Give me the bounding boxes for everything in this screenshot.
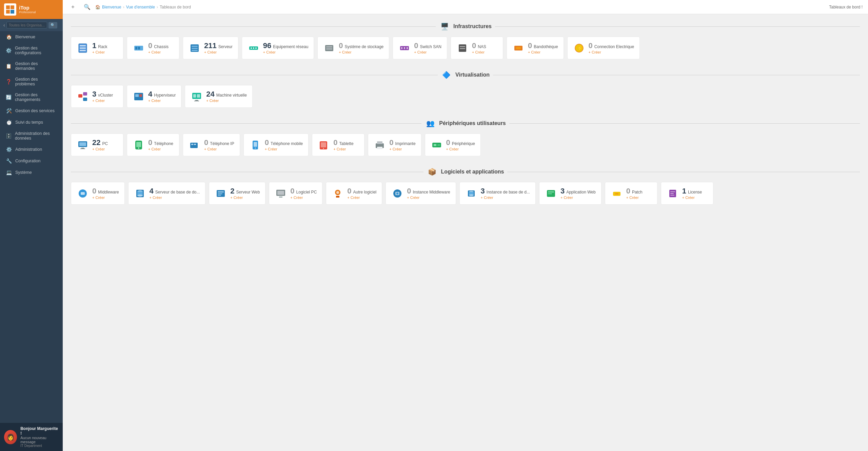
card-create-stockage[interactable]: + Créer [339,50,383,54]
gestion-changements-icon: 🔄 [6,95,12,100]
svg-rect-33 [78,94,82,98]
sidebar-item-systeme[interactable]: 💻Système [0,167,63,178]
card-chassis[interactable]: 0 Chassis + Créer [127,37,179,59]
card-name-bandotheque: Bandothèque [534,44,558,49]
svg-rect-45 [79,142,86,146]
card-create-pc[interactable]: + Créer [92,147,108,151]
sidebar-item-gestion-configurations[interactable]: ⚙️Gestion des configurations [0,43,63,58]
svg-rect-6 [80,47,86,49]
sidebar-item-administration[interactable]: ⚙️Administration [0,144,63,155]
add-button[interactable]: ＋ [68,3,78,11]
card-create-instance-db[interactable]: + Créer [481,196,530,200]
card-create-machine-virtuelle[interactable]: + Créer [206,99,247,103]
sidebar-item-gestion-problemes[interactable]: ❓Gestion des problèmes [0,74,63,89]
card-pc[interactable]: 22 PC + Créer [71,134,123,156]
org-search-input[interactable] [6,22,47,28]
card-count-machine-virtuelle: 24 [206,90,214,98]
svg-rect-97 [670,195,674,196]
sidebar-item-gestion-changements[interactable]: 🔄Gestion des changements [0,89,63,105]
card-autre-logiciel[interactable]: 0 Autre logiciel + Créer [326,182,382,205]
sidebar-item-suivi-temps[interactable]: ⏱️Suivi du temps [0,117,63,128]
sidebar-item-bienvenue[interactable]: 🏠Bienvenue [0,31,63,43]
card-create-license[interactable]: + Créer [682,196,702,200]
svg-rect-10 [138,47,140,49]
card-create-autre-logiciel[interactable]: + Créer [347,196,376,200]
card-telephone-mobile[interactable]: 0 Téléphone mobile + Créer [243,134,309,156]
card-name-serveur: Serveur [218,44,233,49]
card-vcluster[interactable]: 3 vCluster + Créer [71,85,123,108]
card-hyperviseur[interactable]: 4 Hyperviseur + Créer [127,85,181,108]
card-create-telephone-mobile[interactable]: + Créer [265,147,303,151]
card-name-telephone-mobile: Téléphone mobile [271,141,303,146]
card-stockage[interactable]: 0 Système de stockage + Créer [317,37,389,59]
card-switch-san[interactable]: 0 Switch SAN + Créer [393,37,447,59]
card-nas[interactable]: 0 NAS + Créer [451,37,503,59]
card-machine-virtuelle[interactable]: 24 Machine virtuelle + Créer [185,85,253,108]
card-create-switch-san[interactable]: + Créer [414,50,441,54]
card-create-reseau[interactable]: + Créer [263,50,309,54]
card-icon-nas [456,42,469,54]
section-divider-right [493,75,860,75]
search-topbar-button[interactable]: 🔍 [82,3,93,11]
card-middleware[interactable]: 0 Middleware + Créer [71,182,125,205]
card-serveur[interactable]: 211 Serveur + Créer [183,37,238,59]
card-instance-db[interactable]: 3 Instance de base de d... + Créer [459,182,536,205]
card-body-instance-middleware: 0 Instance Middleware + Créer [407,187,450,200]
sidebar-item-admin-donnees[interactable]: 🗄️Administration des données [0,128,63,144]
sidebar-item-gestion-demandes[interactable]: 📋Gestion des demandes [0,58,63,74]
card-body-vcluster: 3 vCluster + Créer [92,90,113,103]
back-icon[interactable]: ‹ [3,22,5,28]
card-create-rack[interactable]: + Créer [92,50,107,54]
card-create-chassis[interactable]: + Créer [148,50,169,54]
card-create-vcluster[interactable]: + Créer [92,99,113,103]
card-name-hyperviseur: Hyperviseur [154,93,176,98]
card-count-peripherique: 0 [446,139,450,147]
card-reseau[interactable]: 96 Equipement réseau + Créer [242,37,314,59]
sidebar-label-bienvenue: Bienvenue [15,35,35,39]
card-rack[interactable]: 1 Rack + Créer [71,37,123,59]
card-create-app-web[interactable]: + Créer [560,196,596,200]
card-create-nas[interactable]: + Créer [472,50,486,54]
card-patch[interactable]: 0 Patch + Créer [605,182,657,205]
card-create-imprimante[interactable]: + Créer [389,147,415,151]
card-connection-elec[interactable]: ⚡ 0 Connection Electrique + Créer [567,37,640,59]
card-create-instance-middleware[interactable]: + Créer [407,196,450,200]
card-create-middleware[interactable]: + Créer [92,196,119,200]
card-count-telephone: 0 [148,139,152,147]
card-telephone-ip[interactable]: 0 Téléphone IP + Créer [183,134,240,156]
sidebar-item-gestion-services[interactable]: 🛠️Gestion des services [0,105,63,117]
card-license[interactable]: 1 License + Créer [661,182,713,205]
card-imprimante[interactable]: 0 Imprimante + Créer [368,134,421,156]
card-create-serveur[interactable]: + Créer [204,50,233,54]
card-create-patch[interactable]: + Créer [626,196,643,200]
card-web-server[interactable]: 2 Serveur Web + Créer [209,182,265,205]
card-instance-middleware[interactable]: 0 Instance Middleware + Créer [386,182,456,205]
card-create-logiciel-pc[interactable]: + Créer [290,196,317,200]
card-create-connection-elec[interactable]: + Créer [589,50,634,54]
card-create-bandotheque[interactable]: + Créer [528,50,558,54]
suivi-temps-icon: ⏱️ [6,120,12,125]
card-name-db-server: Serveur de base de do... [155,190,200,194]
card-create-peripherique[interactable]: + Créer [446,147,475,151]
card-create-telephone-ip[interactable]: + Créer [204,147,234,151]
card-db-server[interactable]: 4 Serveur de base de do... + Créer [128,182,206,205]
card-bandotheque[interactable]: 0 Bandothèque + Créer [507,37,564,59]
card-create-tablette[interactable]: + Créer [333,147,353,151]
card-app-web[interactable]: 3 Application Web + Créer [539,182,601,205]
card-tablette[interactable]: 0 Tablette + Créer [312,134,364,156]
user-greeting: Bonjour Marguerite ! [20,426,59,436]
card-create-telephone[interactable]: + Créer [148,147,173,151]
search-button[interactable]: 🔍 [48,22,57,28]
card-create-hyperviseur[interactable]: + Créer [148,99,176,103]
card-create-web-server[interactable]: + Créer [230,196,260,200]
card-logiciel-pc[interactable]: 0 Logiciel PC + Créer [269,182,322,205]
svg-rect-73 [218,191,224,192]
card-create-db-server[interactable]: + Créer [150,196,200,200]
card-name-autre-logiciel: Autre logiciel [353,190,377,194]
card-telephone[interactable]: 0 Téléphone + Créer [127,134,179,156]
breadcrumb-vue-ensemble[interactable]: Vue d'ensemble [126,5,155,9]
sidebar-item-configuration[interactable]: 🔧Configuration [0,155,63,167]
card-count-vcluster: 3 [92,90,96,98]
card-peripherique[interactable]: 0 Périphérique + Créer [425,134,481,156]
breadcrumb-bienvenue[interactable]: Bienvenue [102,5,121,9]
